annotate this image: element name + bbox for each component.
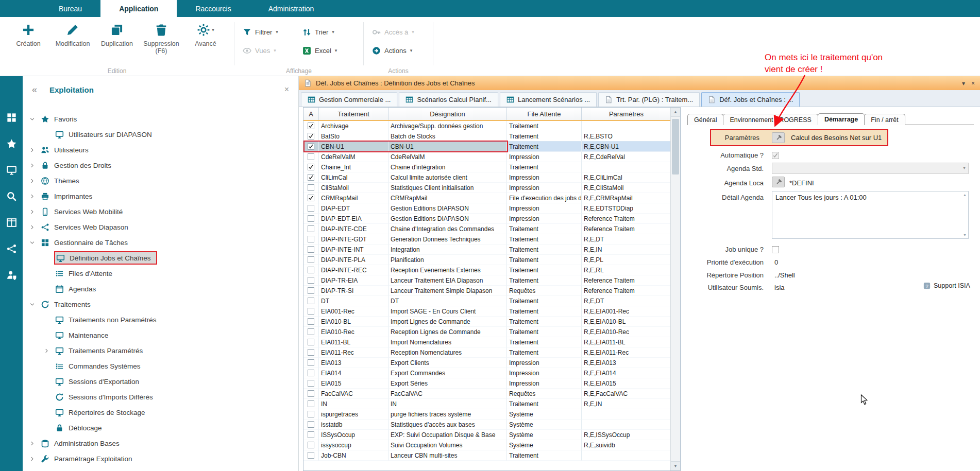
- row-checkbox[interactable]: [308, 287, 314, 294]
- row-checkbox[interactable]: [308, 411, 314, 417]
- desktop-icon[interactable]: [6, 165, 17, 176]
- tree-item-services-web-mobilite[interactable]: Services Web Mobilité: [23, 204, 298, 219]
- row-checkbox[interactable]: [308, 431, 314, 438]
- grid-row-clilimcal[interactable]: CliLimCalCalcul limite autorisée clientI…: [303, 172, 680, 183]
- filtrer-button[interactable]: Filtrer▾: [241, 26, 297, 38]
- row-checkbox[interactable]: [308, 339, 314, 345]
- row-checkbox[interactable]: [308, 370, 314, 376]
- column-header-file-attente[interactable]: File Attente: [507, 108, 582, 120]
- menu-tab-raccourcis[interactable]: Raccourcis: [177, 0, 249, 17]
- agenda-loca-edit-button[interactable]: [772, 177, 785, 187]
- tree-item-gestionnaire-de-taches[interactable]: Gestionnaire de Tâches: [23, 235, 298, 250]
- scrollbar-up-button[interactable]: ▲: [671, 108, 680, 117]
- tree-item-traitements-non-parametres[interactable]: Traitements non Paramétrés: [23, 312, 298, 327]
- tree-expander[interactable]: [29, 147, 40, 153]
- tree-item-services-web-diapason[interactable]: Services Web Diapason: [23, 219, 298, 235]
- column-header-a[interactable]: A: [303, 108, 319, 120]
- tree-expander[interactable]: [29, 209, 40, 215]
- tree-expander[interactable]: [29, 194, 40, 199]
- grid-row-diap-inte-int[interactable]: DIAP-INTE-INTIntegrationTraitementR,E,IN: [303, 245, 680, 255]
- grid-row-eia010-rec[interactable]: EIA010-RecReception Lignes de CommandeTr…: [303, 327, 680, 337]
- detail-tab-demarrage[interactable]: Démarrage: [818, 113, 865, 125]
- row-checkbox[interactable]: [308, 215, 314, 222]
- user-admin-icon[interactable]: [6, 270, 17, 281]
- row-checkbox[interactable]: [308, 400, 314, 407]
- tree-item-commandes-systemes[interactable]: Commandes Systèmes: [23, 358, 298, 374]
- tree-expander[interactable]: [29, 116, 40, 122]
- tree-item-repertoires-de-stockage[interactable]: Répertoires de Stockage: [23, 405, 298, 420]
- collapse-panel-button[interactable]: «: [32, 84, 37, 95]
- row-checkbox[interactable]: [308, 143, 314, 150]
- doc-tab-scenarios-calcul-planif[interactable]: Scénarios Calcul Planif...: [399, 92, 498, 107]
- grid-row-diap-tr-si[interactable]: DIAP-TR-SILanceur Traitement Simple Diap…: [303, 286, 680, 296]
- column-header-designation[interactable]: Désignation: [388, 108, 507, 120]
- grid-row-issysoccup[interactable]: issysoccupSuivi Occupation VolumesSystèm…: [303, 440, 680, 450]
- menu-tab-administration[interactable]: Administration: [250, 0, 333, 17]
- grid-row-diap-edt-eia[interactable]: DIAP-EDT-EIAGestion Editions DIAPASONImp…: [303, 214, 680, 224]
- tree-item-imprimantes[interactable]: Imprimantes: [23, 188, 298, 204]
- tree-item-maintenance[interactable]: Maintenance: [23, 327, 298, 343]
- support-isia-badge[interactable]: ? Support ISIA: [923, 282, 970, 289]
- row-checkbox[interactable]: [308, 225, 314, 232]
- modules-icon[interactable]: [6, 112, 17, 123]
- tree-item-deblocage[interactable]: Déblocage: [23, 420, 298, 435]
- row-checkbox[interactable]: [308, 359, 314, 366]
- grid-row-in[interactable]: ININTraitementR,E,IN: [303, 399, 680, 409]
- favorites-icon[interactable]: [6, 138, 17, 149]
- tree-expander[interactable]: [44, 348, 54, 354]
- column-header-parametres[interactable]: Paramètres: [582, 108, 671, 120]
- grid-row-dt[interactable]: DTDTTraitementR,E,DT: [303, 296, 680, 306]
- grid-row-eia011-bl[interactable]: EIA011-BLImport NomenclaturesTraitementR…: [303, 337, 680, 347]
- textarea-scroll-up[interactable]: ▲: [963, 193, 967, 197]
- grid-row-ispurgetraces[interactable]: ispurgetracespurge fichiers traces systè…: [303, 409, 680, 420]
- detail-tab-general[interactable]: Général: [687, 114, 723, 125]
- row-checkbox[interactable]: [308, 442, 314, 448]
- tree-expander[interactable]: [29, 456, 40, 462]
- excel-button[interactable]: Excel▾: [300, 45, 357, 56]
- row-checkbox[interactable]: [308, 328, 314, 335]
- grid-row-eia011-rec[interactable]: EIA011-RecReception NomenclaturesTraitem…: [303, 347, 680, 358]
- parametres-field[interactable]: Paramètres Calcul des Besoins Net sur U1: [710, 129, 888, 146]
- grid-row-clistamoil[interactable]: CliStaMoilStatistiques Client initialisa…: [303, 183, 680, 193]
- tree-item-utilisateurs-sur-diapason[interactable]: Utilisateurs sur DIAPASON: [23, 127, 298, 142]
- grid-row-diap-inte-rec[interactable]: DIAP-INTE-RECReception Evenements Extern…: [303, 265, 680, 275]
- scrollbar-down-button[interactable]: ▼: [671, 461, 680, 470]
- actions-button[interactable]: Actions▾: [370, 45, 427, 56]
- detail-tab-environnement-progress[interactable]: Environnement PROGRESS: [723, 114, 818, 125]
- job-unique-checkbox[interactable]: [772, 246, 779, 253]
- tree-item-traitements[interactable]: Traitements: [23, 296, 298, 312]
- tree-item-sessions-d-exportation[interactable]: Sessions d'Exportation: [23, 374, 298, 389]
- modification-button[interactable]: Modification: [50, 19, 95, 47]
- textarea-scroll-down[interactable]: ▼: [963, 233, 967, 237]
- row-checkbox[interactable]: [308, 277, 314, 284]
- tree-item-traitements-parametres[interactable]: Traitements Paramétrés: [23, 343, 298, 358]
- duplication-button[interactable]: Duplication: [95, 19, 139, 47]
- row-checkbox[interactable]: [308, 184, 314, 191]
- scrollbar-thumb[interactable]: [672, 119, 679, 175]
- grid-row-batsto[interactable]: BatStoBatch de StocksTraitementR,E,BSTO: [303, 131, 680, 142]
- tree-item-administration-bases[interactable]: Administration Bases: [23, 435, 298, 451]
- grid-row-eia013[interactable]: EIA013Export ClientsImpressionR,E,EIA013: [303, 358, 680, 368]
- row-checkbox[interactable]: [308, 349, 314, 356]
- row-checkbox[interactable]: [308, 205, 314, 212]
- grid-row-diap-inte-cde[interactable]: DIAP-INTE-CDEChaine d'Integration des Co…: [303, 224, 680, 234]
- row-checkbox[interactable]: [308, 380, 314, 387]
- grid-row-diap-tr-eia[interactable]: DIAP-TR-EIALanceur Traitement EIA Diapas…: [303, 275, 680, 286]
- row-checkbox[interactable]: [308, 236, 314, 242]
- menu-tab-bureau[interactable]: Bureau: [40, 0, 100, 17]
- grid-row-eia015[interactable]: EIA015Export SériesImpressionR,E,EIA015: [303, 378, 680, 389]
- grid-row-cbn-u1[interactable]: CBN-U1CBN-U1TraitementR,E,CBN-U1: [303, 142, 680, 152]
- grid-row-archivage[interactable]: ArchivageArchivage/Supp. données gestion…: [303, 121, 680, 131]
- tree-expander[interactable]: [29, 163, 40, 168]
- connections-icon[interactable]: [6, 243, 17, 254]
- doc-tab-lancement-scenarios[interactable]: Lancement Scénarios ...: [500, 92, 597, 107]
- row-checkbox[interactable]: [308, 133, 314, 139]
- window-menu-button[interactable]: ▾: [962, 80, 965, 87]
- row-checkbox[interactable]: [308, 256, 314, 263]
- row-checkbox[interactable]: [308, 318, 314, 325]
- doc-tab-trt-par-plg-traitem[interactable]: Trt. Par. (PLG) : Traitem...: [598, 92, 700, 107]
- grid-row-isstatdb[interactable]: isstatdbStatistiques d'accès aux basesSy…: [303, 420, 680, 430]
- tree-item-utilisateurs[interactable]: Utilisateurs: [23, 142, 298, 158]
- row-checkbox[interactable]: [308, 164, 314, 170]
- grid-row-issysoccup[interactable]: ISSysOccupEXP: Suivi Occupation Disque &…: [303, 430, 680, 440]
